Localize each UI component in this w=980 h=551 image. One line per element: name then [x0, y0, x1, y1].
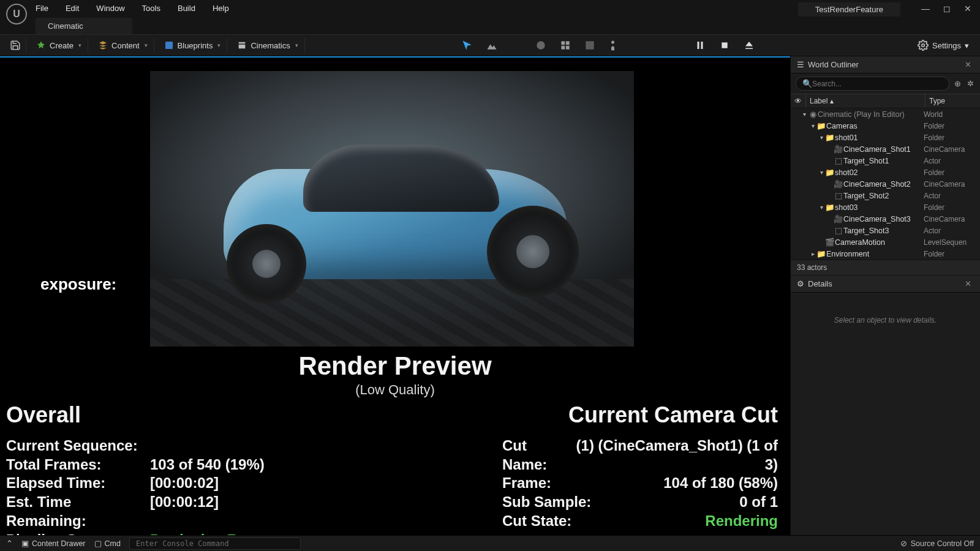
create-icon — [36, 40, 46, 50]
project-name: TestRenderFeature — [798, 2, 900, 17]
expand-icon[interactable]: ▾ — [818, 204, 825, 211]
preview-title: Render Preview — [0, 351, 790, 381]
fracture-icon[interactable] — [559, 39, 572, 52]
landscape-icon[interactable] — [485, 39, 499, 52]
svg-rect-9 — [722, 42, 727, 48]
outliner-icon: ☰ — [797, 60, 804, 69]
tree-row[interactable]: ▾◉Cinematic (Play In Editor)World — [791, 108, 980, 120]
blueprints-label: Blueprints — [178, 41, 213, 50]
viewport[interactable]: exposure: Render Preview (Low Quality) O… — [0, 56, 790, 535]
filter-add-icon[interactable]: ⊕ — [953, 78, 962, 89]
expand-drawer-icon[interactable]: ⌃ — [6, 539, 13, 548]
tree-item-type: Folder — [924, 122, 980, 130]
menu-window[interactable]: Window — [96, 4, 124, 13]
cinematics-icon — [237, 40, 247, 50]
svg-rect-4 — [561, 46, 565, 50]
menu-help[interactable]: Help — [213, 4, 229, 13]
settings-button[interactable]: Settings ▾ — [911, 37, 975, 53]
level-tab[interactable]: Cinematic — [36, 18, 132, 34]
content-button[interactable]: Content ▾ — [92, 38, 154, 53]
outliner-tab[interactable]: ☰ World Outliner ✕ — [791, 56, 980, 73]
outliner-title: World Outliner — [808, 60, 859, 69]
tree-row[interactable]: ▾📁shot02Folder — [791, 167, 980, 178]
menu-build[interactable]: Build — [178, 4, 195, 13]
visibility-column-icon[interactable]: 👁 — [791, 94, 805, 108]
tree-row[interactable]: 🎬CameraMotionLevelSequen — [791, 236, 980, 248]
svg-rect-2 — [561, 41, 565, 45]
tree-row[interactable]: ⬚Target_Shot1Actor — [791, 155, 980, 167]
seq-icon: 🎬 — [825, 238, 835, 247]
tree-item-label: Cameras — [826, 122, 858, 130]
tree-item-type: LevelSequen — [924, 238, 980, 247]
cut-heading: Current Camera Cut — [502, 402, 778, 428]
expand-icon[interactable]: ▾ — [818, 169, 825, 176]
caret-icon: ▾ — [295, 42, 298, 48]
expand-icon[interactable]: ▸ — [809, 250, 816, 257]
tree-row[interactable]: 🎥CineCamera_Shot1CineCamera — [791, 143, 980, 155]
create-button[interactable]: Create ▾ — [30, 38, 88, 53]
app-logo: U — [6, 4, 27, 24]
select-mode-icon[interactable] — [461, 39, 474, 52]
tree-row[interactable]: 🎥CineCamera_Shot2CineCamera — [791, 178, 980, 190]
actor-count: 33 actors — [791, 260, 980, 276]
content-drawer-button[interactable]: ▣ Content Drawer — [21, 539, 86, 548]
animation-icon[interactable] — [608, 39, 621, 52]
details-empty: Select an object to view details. — [791, 293, 980, 535]
overall-stats: Overall Current Sequence:Total Frames:10… — [6, 402, 279, 549]
cinematics-button[interactable]: Cinematics ▾ — [231, 38, 304, 53]
settings-small-icon[interactable]: ✲ — [966, 78, 975, 89]
overall-heading: Overall — [6, 402, 279, 428]
details-tab[interactable]: ⚙ Details ✕ — [791, 276, 980, 293]
folder-icon: 📁 — [816, 249, 826, 258]
close-tab-icon[interactable]: ✕ — [962, 279, 974, 288]
tree-item-type: Actor — [924, 192, 980, 200]
svg-rect-7 — [698, 42, 699, 49]
expand-icon[interactable]: ▾ — [818, 134, 825, 141]
label-column[interactable]: Label ▴ — [805, 94, 925, 108]
source-control-icon: ⊘ — [900, 539, 907, 548]
stat-row: Est. Time Remaining:[00:00:12] — [6, 493, 279, 530]
outliner-search[interactable]: 🔍 — [796, 77, 949, 91]
stop-icon[interactable] — [718, 39, 731, 52]
menu-edit[interactable]: Edit — [66, 4, 79, 13]
close-icon[interactable]: ✕ — [964, 4, 971, 13]
cmd-button[interactable]: ▢ Cmd — [94, 539, 121, 548]
outliner-tree[interactable]: ▾◉Cinematic (Play In Editor)World▾📁Camer… — [791, 108, 980, 260]
cam-icon: 🎥 — [834, 214, 843, 223]
eject-icon[interactable] — [742, 39, 756, 52]
stat-row: Cut Name:(1) (CineCamera_Shot1) (1 of 3) — [502, 437, 778, 474]
console-input[interactable]: Enter Console Command — [129, 538, 301, 550]
tree-row[interactable]: ▾📁CamerasFolder — [791, 120, 980, 132]
expand-icon[interactable]: ▾ — [801, 111, 808, 118]
source-control-label: Source Control Off — [911, 539, 974, 548]
save-button[interactable] — [5, 37, 26, 53]
svg-point-10 — [922, 44, 925, 47]
tree-row[interactable]: ⬚Target_Shot2Actor — [791, 190, 980, 201]
maximize-icon[interactable]: ◻ — [943, 4, 951, 13]
close-tab-icon[interactable]: ✕ — [962, 60, 974, 69]
tree-item-type: Actor — [924, 157, 980, 165]
tree-row[interactable]: ▾📁shot01Folder — [791, 132, 980, 143]
gear-icon — [918, 40, 929, 51]
blueprints-button[interactable]: Blueprints ▾ — [158, 38, 228, 53]
menu-tools[interactable]: Tools — [142, 4, 160, 13]
mesh-paint-icon[interactable] — [534, 39, 548, 52]
tree-row[interactable]: ⬚Target_Shot3Actor — [791, 225, 980, 236]
tree-row[interactable]: ▸📁EnvironmentFolder — [791, 248, 980, 260]
minimize-icon[interactable]: — — [921, 4, 930, 13]
pause-icon[interactable] — [693, 39, 707, 52]
search-input[interactable] — [812, 80, 943, 88]
drawer-icon: ▣ — [21, 539, 29, 548]
source-control-status[interactable]: ⊘ Source Control Off — [900, 539, 974, 548]
tree-item-label: CineCamera_Shot1 — [843, 145, 911, 154]
type-column[interactable]: Type — [925, 94, 980, 108]
tree-row[interactable]: 🎥CineCamera_Shot3CineCamera — [791, 213, 980, 225]
foliage-icon[interactable] — [510, 39, 523, 52]
tree-row[interactable]: ▾📁shot03Folder — [791, 201, 980, 213]
expand-icon[interactable]: ▾ — [809, 122, 816, 129]
brush-icon[interactable] — [583, 39, 597, 52]
stat-row: Cut State:Rendering — [502, 512, 778, 531]
actor-icon: ⬚ — [834, 156, 843, 165]
menu-file[interactable]: File — [36, 4, 48, 13]
status-bar: ⌃ ▣ Content Drawer ▢ Cmd Enter Console C… — [0, 535, 980, 551]
